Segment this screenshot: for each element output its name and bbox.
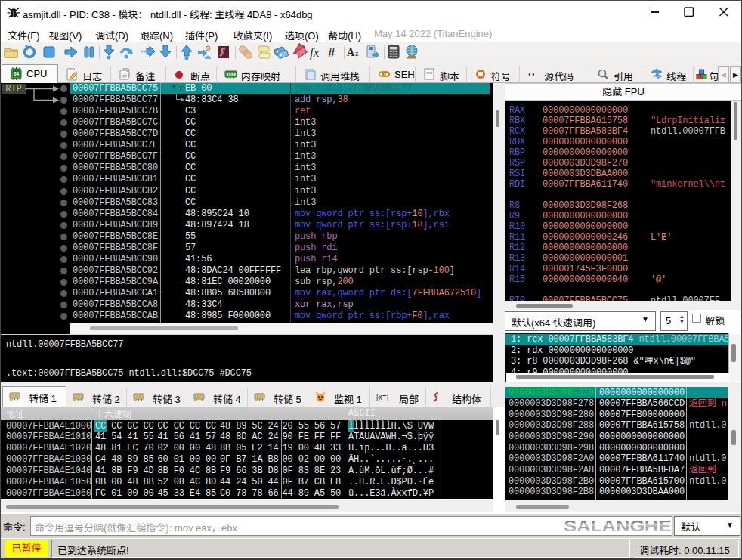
svg-text:fx: fx — [310, 45, 320, 60]
svg-text:«»: «» — [426, 70, 433, 76]
svg-text:#: # — [328, 45, 335, 60]
svg-text:A: A — [347, 47, 355, 58]
svg-text:z: z — [355, 49, 359, 57]
svg-text:‹›: ‹› — [528, 68, 535, 79]
svg-text:64: 64 — [14, 71, 20, 76]
